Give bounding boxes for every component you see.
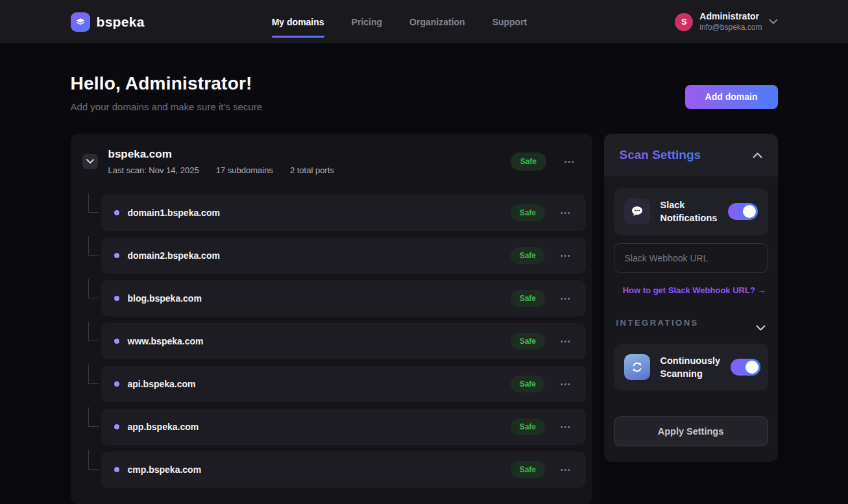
status-badge: Safe [511,290,545,307]
bullet-dot-icon [114,210,119,215]
row-menu-button[interactable]: ••• [559,421,573,433]
subdomain-row: blog.bspeka.com Safe ••• [101,280,586,317]
toggle-knob [743,205,756,218]
continuous-scanning-tile: Continuously Scanning [614,344,768,391]
arrow-right-icon: → [758,285,766,295]
user-email: info@bspeka.com [699,23,762,32]
status-badge: Safe [511,152,546,171]
domain-card: bspeka.com Last scan: Nov 14, 2025 17 su… [71,134,592,504]
nav-item-pricing[interactable]: Pricing [352,14,382,30]
bullet-dot-icon [114,253,119,258]
integrations-section-toggle[interactable]: INTEGRATIONS [614,318,768,328]
bullet-dot-icon [114,296,119,301]
page-title: Hello, Administrator! [71,73,263,94]
subdomain-list-item: app.bspeka.com Safe ••• [101,409,586,445]
subdomain-list-item: api.bspeka.com Safe ••• [101,366,586,402]
row-menu-button[interactable]: ••• [559,378,573,390]
bullet-dot-icon [114,381,119,387]
subdomain-row: cmp.bspeka.com Safe ••• [101,451,586,488]
hero-section: Hello, Administrator! Add your domains a… [71,73,778,112]
webhook-help-label: How to get Slack Webhook URL? [623,285,755,295]
subdomains-count: 17 subdomains [216,165,273,175]
sync-icon [624,354,650,380]
chevron-down-icon [769,19,778,25]
user-menu[interactable]: S Administrator info@bspeka.com [675,11,777,32]
subdomain-name: blog.bspeka.com [128,293,202,304]
subdomain-name: app.bspeka.com [128,422,199,432]
chevron-down-icon [756,325,766,331]
integrations-label: INTEGRATIONS [616,318,699,328]
tree-connector [88,236,99,256]
subdomain-list: domain1.bspeka.com Safe ••• domain2.bspe… [101,195,586,488]
row-menu-button[interactable]: ••• [559,250,573,262]
subdomain-name: api.bspeka.com [128,379,196,389]
last-scan-label: Last scan: Nov 14, 2025 [108,165,199,175]
nav-label: Organization [409,17,465,27]
continuous-scanning-label: Continuously Scanning [660,354,721,381]
subdomain-name: cmp.bspeka.com [128,464,202,475]
row-menu-button[interactable]: ••• [559,293,573,305]
status-badge: Safe [511,461,545,478]
top-header: bspeka My domains Pricing Organization S… [0,0,848,43]
slack-notifications-toggle[interactable] [728,203,758,220]
chevron-up-icon [753,152,762,158]
add-domain-button[interactable]: Add domain [685,85,778,109]
slack-notifications-label: Slack Notifications [660,198,718,225]
domain-card-header: bspeka.com Last scan: Nov 14, 2025 17 su… [71,134,592,184]
user-name: Administrator [699,11,762,23]
active-nav-underline [272,36,324,38]
domain-name: bspeka.com [108,148,334,161]
nav-label: Support [492,17,527,27]
apply-settings-button[interactable]: Apply Settings [614,416,768,446]
subdomain-row: app.bspeka.com Safe ••• [101,409,586,445]
expand-domain-button[interactable] [82,154,98,169]
ports-count: 2 total ports [290,165,334,175]
nav-label: My domains [272,17,324,27]
brand-logo[interactable]: bspeka [71,12,145,32]
subdomain-name: domain1.bspeka.com [128,208,220,218]
chevron-down-icon [86,159,94,164]
nav-item-support[interactable]: Support [492,14,527,30]
tree-connector [88,279,99,298]
bullet-dot-icon [114,424,119,429]
slack-chat-icon [624,198,650,224]
subdomain-list-item: domain1.bspeka.com Safe ••• [101,195,586,231]
tree-connector [88,322,99,341]
status-badge: Safe [511,333,545,350]
subdomain-name: domain2.bspeka.com [128,250,220,261]
subdomain-list-item: domain2.bspeka.com Safe ••• [101,237,586,274]
subdomain-row: domain2.bspeka.com Safe ••• [101,237,586,274]
domain-meta: Last scan: Nov 14, 2025 17 subdomains 2 … [108,165,334,175]
row-menu-button[interactable]: ••• [559,207,573,219]
scan-settings-title: Scan Settings [620,148,701,162]
status-badge: Safe [511,204,545,221]
tree-connector [88,193,99,213]
scan-settings-header[interactable]: Scan Settings [604,134,778,176]
bullet-dot-icon [114,339,119,344]
nav-item-organization[interactable]: Organization [409,14,465,30]
tree-connector [88,450,99,470]
domain-menu-button[interactable]: ••• [563,156,577,168]
page-subtitle: Add your domains and make sure it's secu… [71,101,263,112]
layers-icon [71,12,90,32]
continuous-scanning-toggle[interactable] [731,359,760,376]
subdomain-row: www.bspeka.com Safe ••• [101,323,586,359]
nav-label: Pricing [352,17,382,27]
avatar: S [675,13,693,31]
slack-notifications-tile: Slack Notifications [614,188,768,235]
subdomain-list-item: cmp.bspeka.com Safe ••• [101,451,586,488]
row-menu-button[interactable]: ••• [559,335,573,348]
subdomain-row: domain1.bspeka.com Safe ••• [101,195,586,231]
main-nav: My domains Pricing Organization Support [272,14,527,30]
webhook-help-link[interactable]: How to get Slack Webhook URL? → [623,285,766,295]
row-menu-button[interactable]: ••• [559,464,573,476]
subdomain-list-item: blog.bspeka.com Safe ••• [101,280,586,317]
status-badge: Safe [511,376,545,392]
toggle-knob [745,361,758,374]
slack-webhook-input[interactable] [614,243,768,273]
nav-item-my-domains[interactable]: My domains [272,14,324,30]
scan-settings-panel: Scan Settings Slack Notificati [604,134,778,462]
brand-name: bspeka [97,14,145,30]
subdomain-row: api.bspeka.com Safe ••• [101,366,586,402]
tree-connector [88,365,99,384]
